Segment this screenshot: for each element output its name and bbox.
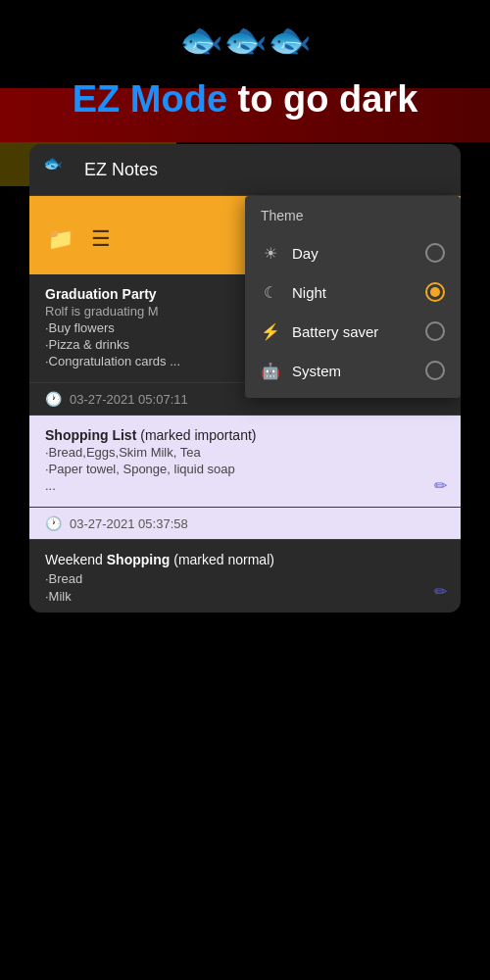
weekend-bullet-1: ·Bread [45,571,445,586]
day-radio[interactable] [425,243,445,263]
app-logo-icon: 🐟 [43,154,74,185]
app-header: 🐟🐟🐟 EZ Mode to go dark [0,0,490,144]
shopping-bullet-2: ·Paper towel, Sponge, liquid soap [45,462,445,476]
folder-icon[interactable]: 📁 [47,226,74,252]
theme-option-battery[interactable]: ⚡ Battery saver [245,312,461,351]
note-card-shopping: Shopping List (marked important) ·Bread,… [29,416,461,508]
theme-dropdown-header: Theme [245,208,461,233]
logo-area: 🐟🐟🐟 [0,20,490,61]
night-icon: ☾ [261,283,280,302]
weekend-title-bold: Shopping [107,552,171,567]
theme-option-night[interactable]: ☾ Night [245,272,461,312]
night-radio[interactable] [425,282,445,302]
theme-option-system[interactable]: 🤖 System [245,351,461,390]
hero-suffix: to go dark [227,78,417,120]
app-title-text: EZ Notes [84,160,158,180]
app-card: 🐟 EZ Notes Notes 📁 ☰ Theme ☀ Day ☾ Night… [29,144,461,612]
weekend-title-prefix: Weekend [45,552,107,567]
system-radio[interactable] [425,361,445,380]
graduation-title-bold: Graduation Party [45,286,157,302]
hero-ez-mode: EZ Mode [73,78,227,120]
shopping-bullet-3: ... [45,478,445,493]
shopping-timestamp-row: 🕐 03-27-2021 05:37:58 [29,508,461,540]
weekend-bullet-2: ·Milk [45,589,445,604]
shopping-timestamp: 03-27-2021 05:37:58 [70,516,188,531]
list-icon[interactable]: ☰ [91,226,111,252]
weekend-edit-icon[interactable]: ✏ [434,582,447,601]
note-card-weekend: Weekend Shopping (marked normal) ·Bread … [29,540,461,612]
night-label: Night [292,284,414,301]
day-label: Day [292,245,414,262]
shopping-title-bold: Shopping List [45,427,136,443]
weekend-title: Weekend Shopping (marked normal) [45,552,445,567]
battery-radio[interactable] [425,321,445,341]
clock-icon-shopping: 🕐 [45,515,62,531]
day-icon: ☀ [261,244,280,263]
graduation-timestamp: 03-27-2021 05:07:11 [70,392,188,407]
theme-option-day[interactable]: ☀ Day [245,233,461,272]
shopping-bullet-1: ·Bread,Eggs,Skim Milk, Tea [45,445,445,460]
theme-dropdown: Theme ☀ Day ☾ Night ⚡ Battery saver 🤖 Sy… [245,196,461,398]
shopping-edit-icon[interactable]: ✏ [434,476,447,495]
app-topbar: 🐟 EZ Notes [29,144,461,196]
battery-label: Battery saver [292,323,414,340]
logo-emoji: 🐟🐟🐟 [179,20,312,61]
notes-toolbar: Notes 📁 ☰ Theme ☀ Day ☾ Night ⚡ Battery … [29,196,461,274]
weekend-title-suffix: (marked normal) [170,552,274,567]
battery-icon: ⚡ [261,322,280,341]
shopping-title-suffix: (marked important) [136,427,256,443]
shopping-title: Shopping List (marked important) [45,427,445,443]
hero-title: EZ Mode to go dark [0,69,490,134]
clock-icon-graduation: 🕐 [45,391,62,407]
system-icon: 🤖 [261,362,280,380]
system-label: System [292,363,414,379]
